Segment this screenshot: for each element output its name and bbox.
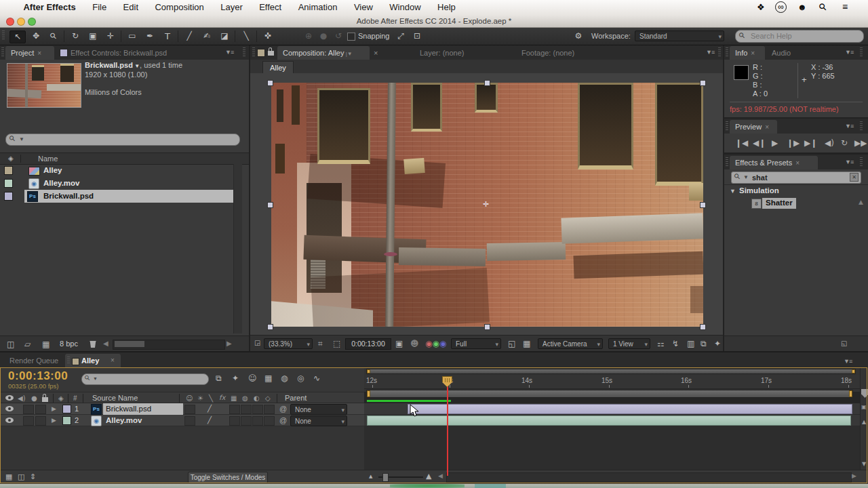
selection-tool[interactable]: ↖	[9, 30, 26, 43]
selection-handle[interactable]	[700, 202, 706, 208]
clear-search-icon[interactable]: ✕	[850, 173, 859, 182]
close-tab-icon[interactable]: ×	[795, 159, 800, 167]
snap-options-icon[interactable]: ⤢	[393, 30, 408, 42]
selection-handle[interactable]	[267, 324, 273, 330]
notification-center-icon[interactable]: ≡	[842, 1, 848, 12]
selection-handle[interactable]	[267, 202, 273, 208]
search-help-field[interactable]: ⚲	[735, 30, 864, 43]
layer-bar-brickwall[interactable]	[408, 404, 852, 414]
source-name-column-header[interactable]: Source Name	[92, 394, 138, 402]
loop-button[interactable]: ↻	[841, 139, 848, 147]
panel-grip[interactable]	[860, 121, 863, 131]
shy-cell[interactable]	[184, 416, 195, 426]
bit-depth-label[interactable]: 8 bpc	[60, 340, 78, 348]
zoom-out-mountain-icon[interactable]: ▲	[369, 474, 372, 479]
layer-bar-alley-mov[interactable]	[367, 415, 851, 426]
time-ruler[interactable]: 12s 13s 14s 15s 16s 17s 18s	[364, 375, 860, 389]
audio-column-icon[interactable]: ◀)	[18, 394, 26, 402]
tab-footage[interactable]: Footage: (none)	[521, 49, 574, 57]
layer-anchor-point[interactable]: ✛	[483, 200, 489, 209]
ram-preview-button[interactable]: ▶▶	[854, 139, 867, 147]
previous-frame-button[interactable]: ◀❙	[753, 139, 766, 147]
quality-switch[interactable]: ╱	[208, 405, 212, 412]
close-tab-icon[interactable]: ×	[751, 49, 755, 57]
magnification-dropdown[interactable]: (33.3%)	[264, 338, 313, 349]
menu-after-effects[interactable]: After Effects	[16, 0, 82, 12]
snapshot-icon[interactable]: ▣	[395, 340, 403, 348]
new-folder-icon[interactable]: ▱	[24, 340, 31, 348]
video-column-eye-icon[interactable]	[5, 395, 14, 401]
always-preview-icon[interactable]: ◲	[254, 340, 260, 346]
project-panel-menu-icon[interactable]: ▼≡	[225, 49, 233, 56]
motion-blur-cell[interactable]	[241, 405, 252, 414]
menu-layer[interactable]: Layer	[214, 0, 250, 12]
tab-timeline-alley[interactable]: Alley ×	[65, 354, 121, 367]
search-options-chevron-icon[interactable]: ▼	[19, 136, 24, 142]
project-search-field[interactable]: ⚲ ▼	[5, 134, 240, 146]
camera-tool[interactable]: ▣	[85, 30, 100, 42]
brush-tool[interactable]: ╱	[182, 30, 197, 42]
threed-cell[interactable]	[264, 405, 275, 414]
expand-transfer-controls-icon[interactable]: ◫	[18, 473, 24, 481]
scroll-up-icon[interactable]: ▲	[859, 199, 863, 205]
toolbar-grip[interactable]	[2, 30, 5, 40]
panel-resize-grip-icon[interactable]: ◱	[841, 340, 847, 347]
scroll-left-icon[interactable]: ◀	[103, 340, 108, 347]
draft-3d-icon[interactable]: ✦	[232, 374, 239, 382]
project-item-alley[interactable]: Alley ⧉	[0, 164, 249, 177]
zoom-in-mountain-icon[interactable]: ▲	[426, 472, 431, 480]
menu-composition[interactable]: Composition	[148, 0, 210, 12]
tab-project[interactable]: Project×	[5, 46, 54, 60]
panel-grip[interactable]	[860, 157, 863, 167]
scroll-right-icon[interactable]: ▶	[226, 340, 232, 347]
tab-render-queue[interactable]: Render Queue	[9, 357, 58, 365]
project-scrollbar[interactable]	[233, 164, 242, 333]
comp-panel-menu-icon[interactable]: ▼≡	[706, 49, 714, 56]
comp-marker-bin-icon[interactable]	[861, 389, 868, 398]
preview-panel-menu-icon[interactable]: ▼≡	[845, 123, 853, 129]
type-tool[interactable]: T	[160, 30, 175, 42]
frame-blending-icon[interactable]: ▦	[264, 374, 272, 382]
view-layout-dropdown[interactable]: 1 View	[608, 338, 650, 349]
frame-blend-cell[interactable]	[229, 405, 240, 414]
selection-handle[interactable]	[700, 80, 706, 86]
play-button[interactable]: ▶	[772, 139, 778, 147]
pen-tool[interactable]: ✒	[142, 30, 157, 42]
quality-switch-icon[interactable]: ╲	[209, 394, 213, 402]
shy-switch-icon[interactable]: ☺	[186, 394, 193, 402]
frame-blend-switch-icon[interactable]: ▦	[231, 394, 237, 402]
camera-dropdown[interactable]: Active Camera	[538, 338, 603, 349]
search-help-input[interactable]	[749, 31, 861, 41]
audio-toggle-cell[interactable]	[23, 405, 34, 414]
timeline-zoom-slider-thumb[interactable]	[382, 473, 389, 482]
shape-tool[interactable]: ▭	[125, 30, 140, 42]
pixel-aspect-icon[interactable]: ⚏	[657, 340, 665, 348]
layer-source-name[interactable]: Brickwall.psd	[106, 405, 151, 413]
selection-handle[interactable]	[267, 80, 273, 86]
tab-audio[interactable]: Audio	[772, 49, 791, 57]
lock-toggle-cell[interactable]	[35, 416, 46, 426]
lock-toggle-cell[interactable]	[35, 405, 46, 414]
fast-previews-icon[interactable]: ↯	[672, 340, 679, 348]
project-hscrollbar[interactable]	[113, 340, 225, 350]
scroll-up-icon[interactable]: ▲	[862, 419, 866, 425]
toggle-switches-modes-button[interactable]: Toggle Switches / Modes	[188, 472, 268, 483]
resolution-dropdown[interactable]: Full	[451, 338, 501, 349]
comp-name-tab[interactable]: Alley	[262, 61, 294, 73]
parent-dropdown[interactable]: None	[290, 415, 347, 426]
adjustment-cell[interactable]	[252, 405, 263, 414]
work-area-bar[interactable]	[366, 390, 853, 398]
hide-shy-layers-icon[interactable]: ☺	[248, 374, 257, 382]
creative-cloud-menu-icon[interactable]: ∞	[775, 1, 787, 13]
interpret-footage-icon[interactable]: ◫	[7, 340, 14, 348]
motion-blur-cell[interactable]	[241, 416, 252, 426]
time-navigator-bar[interactable]	[366, 369, 856, 374]
scroll-down-icon[interactable]: ▼	[862, 461, 866, 467]
effects-search-input[interactable]	[751, 173, 848, 182]
selection-handle[interactable]	[484, 324, 490, 330]
layer-source-name[interactable]: Alley.mov	[106, 416, 142, 424]
rotation-tool[interactable]: ↻	[68, 30, 83, 42]
solo-column-icon[interactable]: ●	[31, 394, 37, 402]
close-tab-icon[interactable]: ×	[374, 49, 378, 57]
timeline-panel-menu-icon[interactable]: ▼≡	[844, 358, 852, 365]
